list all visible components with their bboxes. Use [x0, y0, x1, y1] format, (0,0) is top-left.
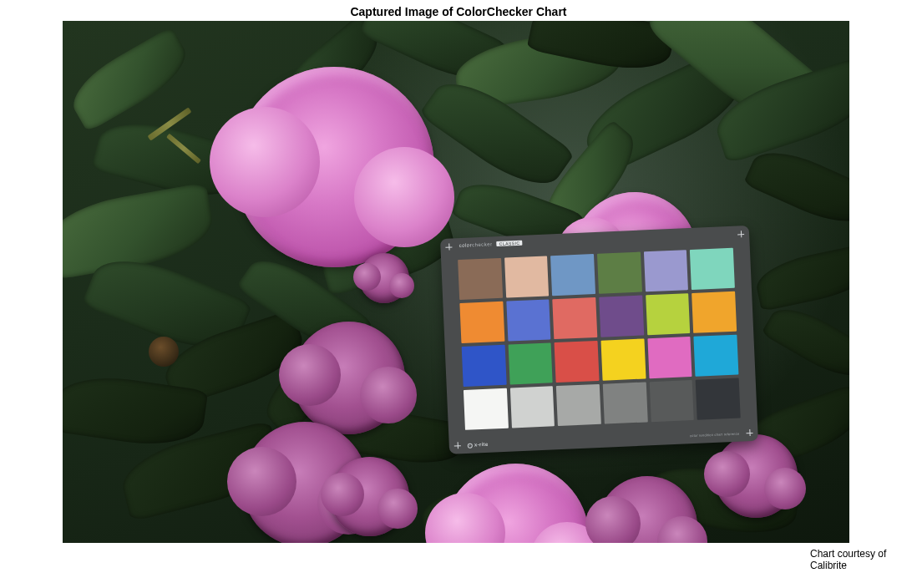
swatch-green	[508, 342, 553, 384]
crop-mark-icon	[746, 429, 752, 436]
swatch-bluish-green	[690, 248, 735, 290]
brand-word-2: checker	[472, 241, 493, 247]
swatch-blue-flower	[643, 250, 688, 291]
swatch-yellow	[600, 338, 646, 380]
flower-cluster	[359, 253, 409, 303]
swatch-light-skin	[504, 256, 550, 297]
swatch-blue	[462, 344, 507, 386]
flower-cluster	[714, 434, 798, 518]
swatch-dark-skin	[458, 258, 503, 300]
swatch-yellow-green	[646, 293, 691, 335]
swatch-purple	[599, 295, 644, 337]
figure-title: Captured Image of ColorChecker Chart	[0, 5, 917, 18]
swatch-purplish-blue	[506, 299, 551, 341]
swatch-neutral-5	[603, 382, 648, 423]
swatch-orange	[460, 302, 505, 343]
footer-brand: x-rite	[468, 442, 489, 448]
swatch-grid	[458, 248, 740, 430]
figure-caption: Chart courtesy of Calibrite	[810, 548, 917, 571]
image-axes: colorchecker CLASSIC x-rite color rendit…	[63, 21, 849, 543]
flower-cluster	[234, 67, 434, 267]
colorchecker-card: colorchecker CLASSIC x-rite color rendit…	[440, 226, 758, 454]
footer-small-print: color rendition chart reference	[690, 431, 740, 438]
swatch-neutral-3.5	[649, 380, 694, 422]
brand-word-1: color	[458, 242, 472, 248]
flower-bud	[149, 337, 179, 367]
swatch-neutral-8	[510, 386, 555, 428]
flower-cluster	[330, 457, 409, 536]
figure: Captured Image of ColorChecker Chart col…	[0, 0, 917, 588]
swatch-neutral-6.5	[556, 384, 601, 426]
swatch-red	[555, 341, 600, 383]
swatch-moderate-red	[553, 297, 598, 339]
footer-brand-text: x-rite	[474, 442, 489, 448]
swatch-black	[696, 378, 741, 419]
target-icon	[468, 443, 473, 448]
swatch-magenta	[647, 337, 692, 378]
swatch-foliage	[597, 251, 642, 293]
crop-mark-icon	[737, 231, 744, 237]
swatch-cyan	[693, 334, 738, 376]
crop-mark-icon	[454, 442, 461, 449]
card-brand: colorchecker CLASSIC	[458, 240, 522, 248]
flower-cluster	[292, 322, 405, 434]
crop-mark-icon	[445, 243, 452, 250]
swatch-white	[464, 388, 509, 429]
swatch-blue-sky	[550, 254, 595, 296]
swatch-orange-yellow	[692, 291, 737, 332]
brand-badge: CLASSIC	[497, 241, 523, 246]
